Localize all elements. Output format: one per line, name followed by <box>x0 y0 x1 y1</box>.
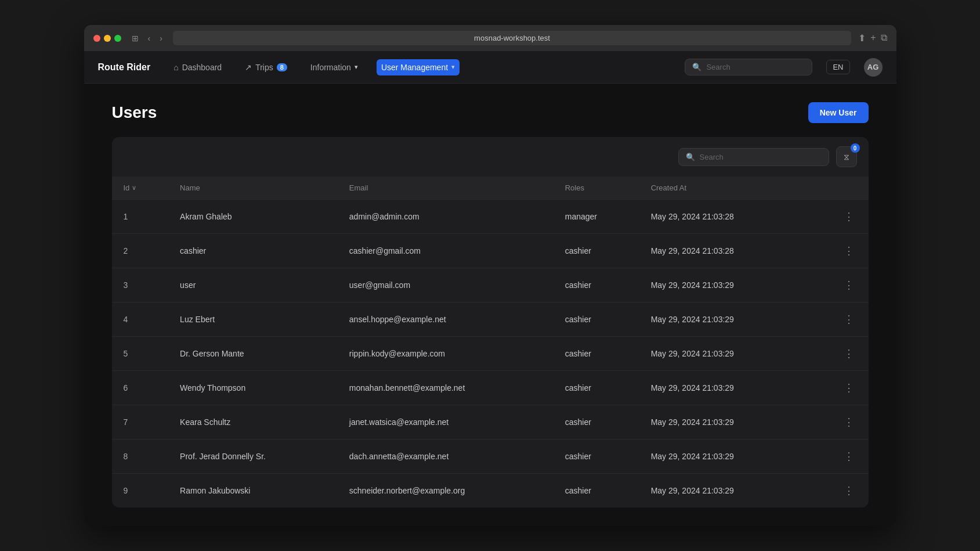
dashboard-label: Dashboard <box>182 63 222 72</box>
share-icon[interactable]: ⬆ <box>858 33 866 44</box>
users-table-container: 🔍 ⧖ 0 Id <box>112 137 869 507</box>
cell-role: cashier <box>554 268 639 302</box>
new-tab-icon[interactable]: + <box>870 33 876 44</box>
cell-email: user@gmail.com <box>338 268 554 302</box>
cell-name: Wendy Thompson <box>168 371 338 405</box>
cell-name: Ramon Jakubowski <box>168 474 338 508</box>
cell-id: 2 <box>112 234 169 268</box>
app-container: Route Rider ⌂ Dashboard ↗ Trips 8 Inform… <box>84 51 896 526</box>
cell-email: janet.watsica@example.net <box>338 405 554 440</box>
close-traffic-light[interactable] <box>93 35 100 42</box>
table-row: 1 Akram Ghaleb admin@admin.com manager M… <box>112 200 869 234</box>
cell-email: admin@admin.com <box>338 200 554 234</box>
trips-badge: 8 <box>277 63 287 71</box>
nav-item-trips[interactable]: ↗ Trips 8 <box>240 59 292 75</box>
maximize-traffic-light[interactable] <box>114 35 121 42</box>
cell-id: 9 <box>112 474 169 508</box>
new-user-button[interactable]: New User <box>808 102 869 123</box>
cell-id: 5 <box>112 337 169 371</box>
cell-role: cashier <box>554 337 639 371</box>
home-icon: ⌂ <box>173 63 178 72</box>
cell-created-at: May 29, 2024 21:03:29 <box>639 337 805 371</box>
minimize-traffic-light[interactable] <box>104 35 111 42</box>
table-search-input[interactable] <box>700 153 822 161</box>
filter-button[interactable]: ⧖ 0 <box>836 146 857 167</box>
cell-created-at: May 29, 2024 21:03:28 <box>639 200 805 234</box>
nav-search-icon: 🔍 <box>692 63 701 71</box>
cell-email: cashier@gmail.com <box>338 234 554 268</box>
cell-role: manager <box>554 200 639 234</box>
cell-created-at: May 29, 2024 21:03:29 <box>639 371 805 405</box>
cell-email: dach.annetta@example.net <box>338 440 554 474</box>
cell-role: cashier <box>554 371 639 405</box>
table-row: 5 Dr. Gerson Mante rippin.kody@example.c… <box>112 337 869 371</box>
row-action-button[interactable]: ⋮ <box>839 242 859 260</box>
col-email: Email <box>338 177 554 200</box>
row-action-button[interactable]: ⋮ <box>839 276 859 294</box>
cell-actions: ⋮ <box>804 268 868 302</box>
table-row: 2 cashier cashier@gmail.com cashier May … <box>112 234 869 268</box>
table-search-icon: 🔍 <box>686 153 695 161</box>
filter-badge: 0 <box>851 143 860 153</box>
row-action-button[interactable]: ⋮ <box>839 311 859 328</box>
cell-name: cashier <box>168 234 338 268</box>
col-id[interactable]: Id ∨ <box>112 177 169 200</box>
cell-name: user <box>168 268 338 302</box>
cell-actions: ⋮ <box>804 200 868 234</box>
cell-email: rippin.kody@example.com <box>338 337 554 371</box>
user-management-chevron-icon: ▾ <box>451 63 455 71</box>
cell-role: cashier <box>554 440 639 474</box>
browser-nav-controls: ⊞ ‹ › <box>128 31 166 45</box>
cell-role: cashier <box>554 405 639 440</box>
table-body: 1 Akram Ghaleb admin@admin.com manager M… <box>112 200 869 508</box>
cell-created-at: May 29, 2024 21:03:28 <box>639 234 805 268</box>
trips-icon: ↗ <box>245 63 252 72</box>
cell-created-at: May 29, 2024 21:03:29 <box>639 405 805 440</box>
page-title: Users <box>112 103 157 122</box>
address-bar[interactable]: mosnad-workshop.test <box>173 31 851 45</box>
cell-actions: ⋮ <box>804 440 868 474</box>
nav-brand: Route Rider <box>98 62 151 73</box>
cell-created-at: May 29, 2024 21:03:29 <box>639 268 805 302</box>
cell-actions: ⋮ <box>804 474 868 508</box>
row-action-button[interactable]: ⋮ <box>839 345 859 362</box>
sidebar-toggle-btn[interactable]: ⊞ <box>128 31 142 45</box>
cell-email: monahan.bennett@example.net <box>338 371 554 405</box>
cell-created-at: May 29, 2024 21:03:29 <box>639 474 805 508</box>
cell-id: 1 <box>112 200 169 234</box>
nav-item-user-management[interactable]: User Management ▾ <box>377 59 460 75</box>
col-actions <box>804 177 868 200</box>
row-action-button[interactable]: ⋮ <box>839 208 859 225</box>
nav-item-dashboard[interactable]: ⌂ Dashboard <box>169 59 226 75</box>
trips-label: Trips <box>255 63 273 72</box>
traffic-lights <box>93 35 121 42</box>
information-label: Information <box>310 63 351 72</box>
navbar: Route Rider ⌂ Dashboard ↗ Trips 8 Inform… <box>84 51 896 84</box>
table-row: 7 Keara Schultz janet.watsica@example.ne… <box>112 405 869 440</box>
lang-button[interactable]: EN <box>826 60 849 74</box>
cell-created-at: May 29, 2024 21:03:29 <box>639 302 805 337</box>
table-row: 8 Prof. Jerad Donnelly Sr. dach.annetta@… <box>112 440 869 474</box>
windows-icon[interactable]: ⧉ <box>881 33 887 44</box>
nav-item-information[interactable]: Information ▾ <box>306 59 363 75</box>
row-action-button[interactable]: ⋮ <box>839 482 859 499</box>
browser-window: ⊞ ‹ › mosnad-workshop.test ⬆ + ⧉ Route R… <box>84 25 896 526</box>
avatar[interactable]: AG <box>864 58 883 77</box>
nav-search: 🔍 <box>685 59 812 75</box>
forward-btn[interactable]: › <box>156 31 166 45</box>
nav-search-input[interactable] <box>706 63 805 71</box>
cell-role: cashier <box>554 234 639 268</box>
row-action-button[interactable]: ⋮ <box>839 413 859 431</box>
back-btn[interactable]: ‹ <box>144 31 154 45</box>
row-action-button[interactable]: ⋮ <box>839 379 859 397</box>
table-row: 9 Ramon Jakubowski schneider.norbert@exa… <box>112 474 869 508</box>
id-sort-icon: ∨ <box>132 184 136 192</box>
row-action-button[interactable]: ⋮ <box>839 448 859 465</box>
cell-role: cashier <box>554 302 639 337</box>
cell-actions: ⋮ <box>804 371 868 405</box>
cell-id: 8 <box>112 440 169 474</box>
col-created-at: Created At <box>639 177 805 200</box>
cell-email: ansel.hoppe@example.net <box>338 302 554 337</box>
cell-role: cashier <box>554 474 639 508</box>
col-name: Name <box>168 177 338 200</box>
